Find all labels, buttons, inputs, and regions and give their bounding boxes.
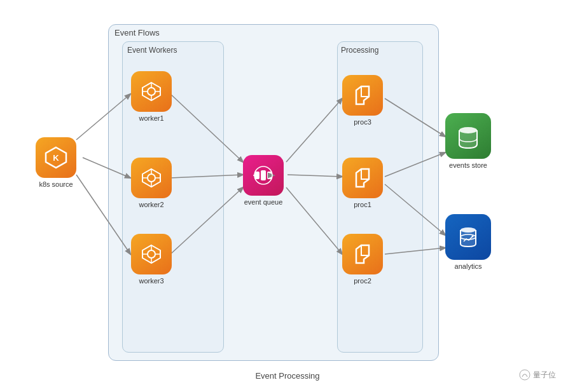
- event-processing-label: Event Processing: [255, 371, 319, 381]
- worker2-label: worker2: [131, 201, 172, 208]
- proc2-label: proc2: [342, 277, 383, 285]
- events-store-icon: [445, 113, 491, 159]
- k8s-source-label: k8s source: [36, 180, 76, 188]
- event-queue-label: event queue: [243, 198, 284, 206]
- worker3-label: worker3: [131, 277, 172, 285]
- proc3-icon: [342, 75, 383, 116]
- worker3-icon: [131, 234, 172, 274]
- svg-point-16: [148, 174, 155, 182]
- worker2-icon: [131, 158, 172, 198]
- svg-point-25: [472, 236, 474, 238]
- events-store-label: events store: [441, 161, 495, 169]
- proc2-icon: [342, 234, 383, 274]
- proc1-icon: [342, 158, 383, 198]
- analytics-icon: [445, 214, 491, 260]
- processing-label: Processing: [341, 46, 378, 55]
- proc1-label: proc1: [342, 201, 383, 208]
- worker1-label: worker1: [131, 114, 172, 122]
- worker1-icon: [131, 71, 172, 112]
- watermark-text: 量子位: [533, 370, 556, 381]
- svg-point-17: [148, 250, 155, 258]
- svg-text:K: K: [53, 153, 59, 163]
- k8s-source-icon: K: [36, 137, 76, 178]
- event-queue-icon: [243, 155, 284, 196]
- diagram-container: Event Flows Event Workers Processing: [0, 0, 575, 392]
- event-workers-label: Event Workers: [127, 46, 177, 55]
- svg-point-15: [148, 88, 155, 95]
- proc3-label: proc3: [342, 118, 383, 126]
- svg-rect-19: [261, 170, 266, 180]
- event-flows-label: Event Flows: [114, 28, 160, 37]
- watermark: 量子位: [519, 369, 556, 381]
- svg-point-26: [520, 370, 530, 380]
- analytics-label: analytics: [445, 262, 491, 270]
